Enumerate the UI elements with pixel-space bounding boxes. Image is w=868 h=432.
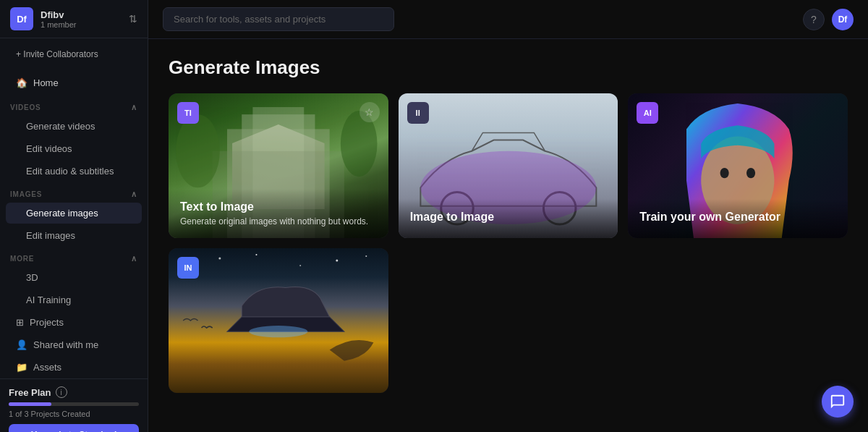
card-train-generator[interactable]: AI Train your own Generator bbox=[628, 93, 848, 238]
svg-point-17 bbox=[365, 255, 367, 257]
sidebar-item-projects[interactable]: ⊞ Projects bbox=[6, 312, 142, 333]
sidebar: Df Dfibv 1 member ⇅ + Invite Collaborato… bbox=[0, 0, 148, 432]
progress-bar-background bbox=[9, 402, 139, 406]
svg-point-15 bbox=[299, 265, 301, 266]
card1-star[interactable]: ☆ bbox=[359, 102, 380, 122]
svg-point-18 bbox=[249, 326, 307, 337]
progress-bar-fill bbox=[9, 402, 51, 406]
videos-section-label: VIDEOS ∧ bbox=[0, 96, 148, 115]
assets-icon: 📁 bbox=[16, 362, 27, 373]
svg-point-14 bbox=[255, 254, 257, 255]
main-content: ? Df Generate Images TI ☆ bbox=[148, 0, 868, 432]
sidebar-item-generate-videos[interactable]: Generate videos bbox=[6, 116, 142, 137]
svg-point-10 bbox=[720, 168, 729, 178]
generate-images-label: Generate images bbox=[26, 208, 98, 219]
more-chevron-icon: ∧ bbox=[131, 254, 137, 263]
sidebar-bottom: Free Plan i 1 of 3 Projects Created Upgr… bbox=[0, 378, 148, 432]
svg-point-13 bbox=[218, 257, 221, 259]
card-image-to-image[interactable]: II Image to Image bbox=[399, 93, 618, 238]
chat-bubble[interactable] bbox=[822, 386, 854, 418]
sidebar-item-generate-images[interactable]: Generate images bbox=[6, 203, 142, 224]
projects-label: Projects bbox=[30, 317, 64, 328]
workspace-member: 1 member bbox=[41, 20, 122, 29]
card2-title: Image to Image bbox=[410, 211, 607, 224]
free-plan-label: Free Plan bbox=[9, 387, 51, 398]
sidebar-item-edit-audio[interactable]: Edit audio & subtitles bbox=[6, 161, 142, 182]
search-input[interactable] bbox=[163, 7, 394, 31]
card4-badge: IN bbox=[177, 257, 199, 279]
images-chevron-icon: ∧ bbox=[131, 190, 137, 199]
card2-badge: II bbox=[407, 102, 429, 124]
card3-badge: AI bbox=[637, 102, 658, 124]
svg-point-11 bbox=[746, 168, 755, 178]
card1-overlay: Text to Image Generate original images w… bbox=[169, 189, 388, 238]
invite-collaborators-button[interactable]: + Invite Collaborators bbox=[9, 44, 139, 64]
edit-images-label: Edit images bbox=[26, 230, 75, 241]
sidebar-item-ai-training[interactable]: AI Training bbox=[6, 289, 142, 310]
card1-badge: TI bbox=[177, 102, 199, 124]
sidebar-item-3d[interactable]: 3D bbox=[6, 267, 142, 288]
sidebar-item-edit-videos[interactable]: Edit videos bbox=[6, 138, 142, 159]
sidebar-item-shared[interactable]: 👤 Shared with me bbox=[6, 334, 142, 355]
card-text-to-image[interactable]: TI ☆ Text to Image Generate original ima… bbox=[169, 93, 388, 238]
upgrade-button[interactable]: Upgrade to Standard bbox=[9, 424, 139, 432]
more-section-label: MORE ∧ bbox=[0, 247, 148, 266]
card3-overlay: Train your own Generator bbox=[628, 199, 848, 238]
edit-audio-label: Edit audio & subtitles bbox=[26, 166, 114, 177]
page-title: Generate Images bbox=[169, 56, 848, 79]
user-avatar[interactable]: Df bbox=[832, 9, 854, 30]
cards-grid: TI ☆ Text to Image Generate original ima… bbox=[169, 93, 848, 393]
edit-videos-label: Edit videos bbox=[26, 143, 72, 154]
workspace-name: Dfibv bbox=[41, 9, 122, 20]
info-icon[interactable]: i bbox=[56, 386, 67, 398]
sidebar-item-edit-images[interactable]: Edit images bbox=[6, 225, 142, 246]
videos-chevron-icon: ∧ bbox=[131, 103, 137, 112]
ai-training-label: AI Training bbox=[26, 295, 71, 305]
card1-desc: Generate original images with nothing bu… bbox=[180, 216, 377, 226]
card1-title: Text to Image bbox=[180, 200, 377, 213]
workspace-selector[interactable]: Df Dfibv 1 member ⇅ bbox=[0, 0, 148, 38]
workspace-chevron-icon: ⇅ bbox=[129, 13, 137, 25]
workspace-info: Dfibv 1 member bbox=[41, 9, 122, 29]
topbar: ? Df bbox=[148, 0, 868, 39]
workspace-avatar: Df bbox=[10, 7, 33, 30]
assets-label: Assets bbox=[33, 362, 61, 373]
card3-title: Train your own Generator bbox=[639, 211, 836, 224]
home-label: Home bbox=[33, 77, 59, 88]
generate-videos-label: Generate videos bbox=[26, 121, 95, 132]
help-button[interactable]: ? bbox=[803, 9, 825, 30]
3d-label: 3D bbox=[26, 272, 38, 283]
home-icon: 🏠 bbox=[16, 77, 27, 88]
projects-icon: ⊞ bbox=[16, 317, 24, 328]
projects-count: 1 of 3 Projects Created bbox=[9, 410, 139, 418]
sidebar-item-home[interactable]: 🏠 Home bbox=[6, 72, 142, 94]
images-section-label: IMAGES ∧ bbox=[0, 182, 148, 202]
shared-label: Shared with me bbox=[33, 339, 98, 350]
card2-overlay: Image to Image bbox=[399, 199, 618, 238]
svg-point-4 bbox=[176, 114, 220, 187]
content-area: Generate Images TI ☆ Text to Im bbox=[148, 39, 868, 432]
svg-point-16 bbox=[336, 259, 338, 261]
card-fourth[interactable]: IN bbox=[169, 248, 388, 393]
shared-icon: 👤 bbox=[16, 339, 27, 350]
sidebar-item-assets[interactable]: 📁 Assets bbox=[6, 357, 142, 378]
free-plan-row: Free Plan i bbox=[9, 386, 139, 398]
topbar-right: ? Df bbox=[803, 9, 854, 30]
